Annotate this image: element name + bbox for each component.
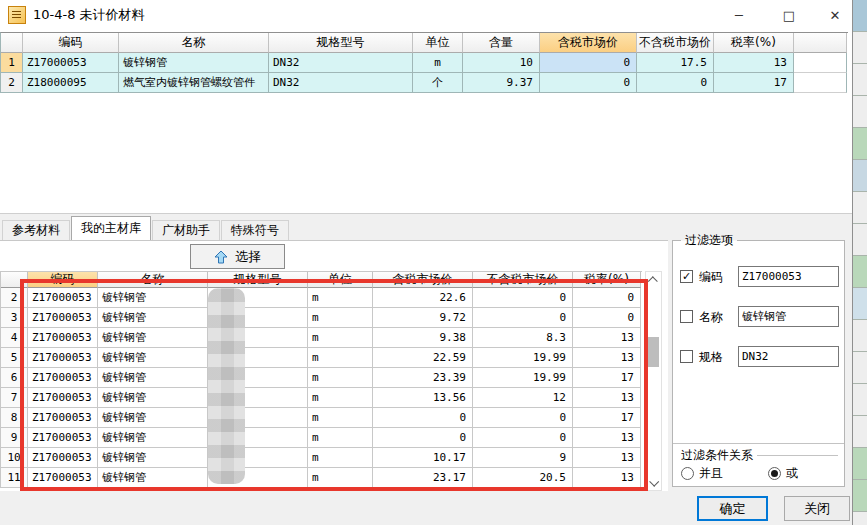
cell-rate[interactable]: 0 [573, 288, 641, 308]
cell-rate[interactable]: 13 [573, 428, 641, 448]
row-number[interactable]: 1 [1, 53, 23, 73]
top-header-单位[interactable]: 单位 [413, 33, 463, 53]
row-number[interactable]: 6 [1, 368, 28, 388]
cell-taxed[interactable]: 0 [540, 53, 637, 73]
cell-code[interactable]: Z17000053 [23, 53, 119, 73]
cell-name[interactable]: 镀锌钢管 [98, 428, 208, 448]
cell-untaxed[interactable]: 17.5 [637, 53, 714, 73]
code-filter-input[interactable] [738, 266, 839, 287]
row-number[interactable]: 4 [1, 328, 28, 348]
top-header-含税市场价[interactable]: 含税市场价 [540, 33, 637, 53]
tab-gc-assistant[interactable]: 广材助手 [152, 220, 220, 240]
vertical-scrollbar[interactable] [645, 271, 662, 491]
cell-name[interactable]: 镀锌钢管 [98, 308, 208, 328]
cell-content[interactable]: 10 [463, 53, 540, 73]
cell-taxed[interactable]: 10.17 [373, 448, 473, 468]
cell-name[interactable]: 镀锌钢管 [98, 368, 208, 388]
cell-name[interactable]: 镀锌钢管 [98, 388, 208, 408]
cell-unit[interactable]: m [308, 428, 373, 448]
lib-header-税率(%)[interactable]: 税率(%) [573, 272, 641, 288]
row-number[interactable]: 2 [1, 288, 28, 308]
tab-my-material-library[interactable]: 我的主材库 [71, 216, 151, 240]
cell-code[interactable]: Z18000095 [23, 73, 119, 93]
cell-code[interactable]: Z17000053 [28, 428, 98, 448]
ok-button[interactable]: 确定 [697, 496, 768, 521]
cell-untaxed[interactable]: 0 [473, 428, 573, 448]
minimize-button[interactable]: ─ [722, 0, 756, 30]
cell-filler[interactable] [794, 53, 847, 73]
cell-unit[interactable]: m [308, 368, 373, 388]
lib-header-编码[interactable]: 编码 [28, 272, 98, 288]
cell-name[interactable]: 镀锌钢管 [98, 328, 208, 348]
lib-header-名称[interactable]: 名称 [98, 272, 208, 288]
scrollbar-thumb[interactable] [648, 337, 659, 367]
cell-spec[interactable]: DN32 [269, 73, 413, 93]
top-header-名称[interactable]: 名称 [119, 33, 269, 53]
row-number[interactable]: 8 [1, 408, 28, 428]
cell-rate[interactable]: 13 [573, 468, 641, 488]
top-header-税率(%)[interactable]: 税率(%) [714, 33, 794, 53]
cell-name[interactable]: 燃气室内镀锌钢管螺纹管件 [119, 73, 269, 93]
cell-code[interactable]: Z17000053 [28, 288, 98, 308]
cell-rate[interactable]: 13 [573, 328, 641, 348]
cell-unit[interactable]: m [308, 288, 373, 308]
row-number[interactable]: 10 [1, 448, 28, 468]
cell-code[interactable]: Z17000053 [28, 368, 98, 388]
code-checkbox[interactable]: ✓ [680, 270, 693, 283]
cell-unit[interactable]: m [308, 348, 373, 368]
row-number[interactable]: 11 [1, 468, 28, 488]
cell-rate[interactable]: 17 [573, 408, 641, 428]
cell-filler[interactable] [794, 73, 847, 93]
select-button[interactable]: 选择 [190, 244, 285, 269]
cell-taxed[interactable]: 22.6 [373, 288, 473, 308]
lib-header-含税市场价[interactable]: 含税市场价 [373, 272, 473, 288]
cell-unit[interactable]: m [308, 468, 373, 488]
cell-unit[interactable]: m [413, 53, 463, 73]
cell-rate[interactable]: 13 [714, 53, 794, 73]
name-filter-input[interactable] [738, 306, 839, 327]
cell-name[interactable]: 镀锌钢管 [98, 348, 208, 368]
cell-name[interactable]: 镀锌钢管 [119, 53, 269, 73]
cell-rate[interactable]: 13 [573, 348, 641, 368]
tab-reference-materials[interactable]: 参考材料 [2, 220, 70, 240]
cell-taxed[interactable]: 9.38 [373, 328, 473, 348]
cell-unit[interactable]: m [308, 328, 373, 348]
cell-unit[interactable]: m [308, 388, 373, 408]
cell-rate[interactable]: 17 [714, 73, 794, 93]
relation-and-option[interactable]: 并且 [681, 465, 723, 482]
cell-code[interactable]: Z17000053 [28, 468, 98, 488]
lib-header-规格型号[interactable]: 规格型号 [208, 272, 308, 288]
top-header-不含税市场价[interactable]: 不含税市场价 [637, 33, 714, 53]
cell-taxed[interactable]: 22.59 [373, 348, 473, 368]
row-number[interactable]: 3 [1, 308, 28, 328]
cell-code[interactable]: Z17000053 [28, 348, 98, 368]
cell-taxed[interactable]: 23.39 [373, 368, 473, 388]
maximize-button[interactable]: □ [772, 0, 806, 30]
spec-filter-input[interactable] [738, 346, 839, 367]
cell-untaxed[interactable]: 0 [637, 73, 714, 93]
cell-untaxed[interactable]: 8.3 [473, 328, 573, 348]
cell-code[interactable]: Z17000053 [28, 448, 98, 468]
tab-special-symbols[interactable]: 特殊符号 [221, 220, 289, 240]
cell-rate[interactable]: 13 [573, 388, 641, 408]
cell-rate[interactable]: 0 [573, 308, 641, 328]
cell-taxed[interactable]: 0 [373, 428, 473, 448]
lib-header-blank[interactable] [1, 272, 28, 288]
cell-code[interactable]: Z17000053 [28, 328, 98, 348]
cell-unit[interactable]: 个 [413, 73, 463, 93]
cell-taxed[interactable]: 13.56 [373, 388, 473, 408]
radio-and-icon[interactable] [681, 467, 694, 480]
top-header-编码[interactable]: 编码 [23, 33, 119, 53]
cell-untaxed[interactable]: 9 [473, 448, 573, 468]
cell-name[interactable]: 镀锌钢管 [98, 448, 208, 468]
row-number[interactable]: 2 [1, 73, 23, 93]
cell-code[interactable]: Z17000053 [28, 408, 98, 428]
cell-content[interactable]: 9.37 [463, 73, 540, 93]
top-header-含量[interactable]: 含量 [463, 33, 540, 53]
name-checkbox[interactable] [680, 310, 693, 323]
row-number[interactable]: 7 [1, 388, 28, 408]
lib-header-不含税市场价[interactable]: 不含税市场价 [473, 272, 573, 288]
cell-taxed[interactable]: 0 [540, 73, 637, 93]
cell-name[interactable]: 镀锌钢管 [98, 468, 208, 488]
cell-code[interactable]: Z17000053 [28, 388, 98, 408]
